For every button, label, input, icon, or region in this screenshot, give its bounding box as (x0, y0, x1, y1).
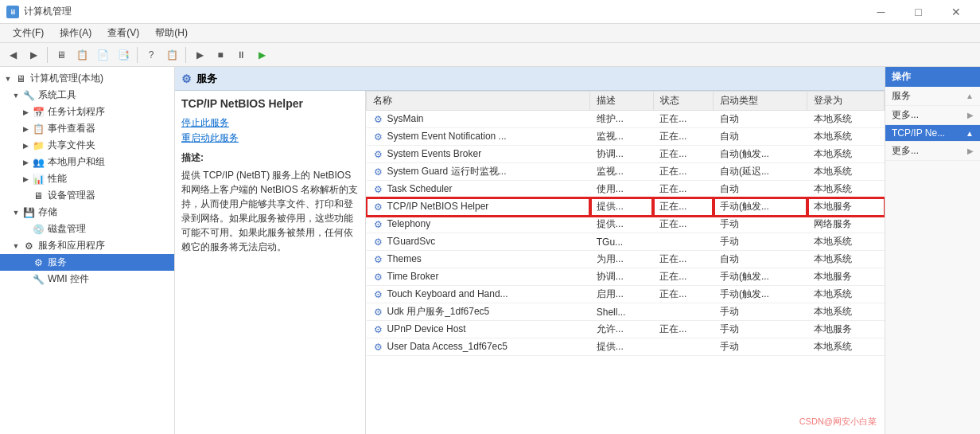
service-login-cell: 本地系统 (807, 181, 885, 198)
right-item-arrow: ▲ (966, 92, 974, 100)
table-row[interactable]: ⚙SysMain维护...正在...自动本地系统 (367, 111, 885, 128)
table-row[interactable]: ⚙User Data Access_1df67ec5提供...手动本地系统 (367, 338, 885, 356)
service-starttype-cell: 自动 (714, 181, 807, 198)
table-row[interactable]: ⚙Udk 用户服务_1df67ec5Shell...手动本地系统 (367, 303, 885, 321)
svcapp-icon: ⚙ (22, 240, 35, 252)
play-button[interactable]: ▶ (190, 45, 209, 65)
right-panel: 操作 服务▲更多...▶TCP/IP Ne...▲更多...▶ (885, 67, 980, 434)
col-starttype[interactable]: 启动类型 (714, 92, 807, 111)
service-status-cell (653, 233, 714, 251)
service-desc-cell: 维护... (590, 111, 654, 128)
toolbar-btn-1[interactable]: 🖥 (52, 45, 71, 65)
stop-button[interactable]: ■ (211, 45, 230, 65)
forward-button[interactable]: ▶ (24, 45, 43, 65)
service-starttype-cell: 自动 (714, 111, 807, 128)
minimize-button[interactable]: ─ (863, 3, 899, 21)
service-icon: ⚙ (373, 324, 384, 335)
right-panel-item[interactable]: 更多...▶ (885, 142, 980, 161)
service-starttype-cell: 手动(触发... (714, 268, 807, 286)
menu-view[interactable]: 查看(V) (101, 25, 146, 41)
table-row[interactable]: ⚙TGuardSvcTGu...手动本地系统 (367, 233, 885, 251)
right-panel-item[interactable]: 更多...▶ (885, 106, 980, 125)
table-row[interactable]: ⚙System Guard 运行时监视...监视...正在...自动(延迟...… (367, 163, 885, 181)
service-login-cell: 本地系统 (807, 286, 885, 303)
sidebar-label-shared: 共享文件夹 (48, 139, 95, 152)
toolbar-separator-1 (47, 47, 48, 63)
services-table: 名称 描述 状态 启动类型 登录为 ⚙SysMain维护...正在...自动本地… (366, 91, 885, 356)
service-login-cell: 本地系统 (807, 146, 885, 163)
service-status-cell (653, 303, 714, 321)
toolbar: ◀ ▶ 🖥 📋 📄 📑 ? 📋 ▶ ■ ⏸ ▶ (0, 43, 980, 67)
expand-arrow-storage: ▼ (11, 208, 21, 217)
help-button[interactable]: ? (142, 45, 161, 65)
stop-service-link[interactable]: 停止此服务 (181, 116, 359, 130)
expand-arrow-svcapp: ▼ (11, 241, 21, 251)
sidebar-label-device: 设备管理器 (48, 189, 95, 202)
sidebar-item-device-manager[interactable]: ▶ 🖥 设备管理器 (0, 187, 174, 204)
sidebar-item-wmi[interactable]: ▶ 🔧 WMI 控件 (0, 271, 174, 287)
col-status[interactable]: 状态 (653, 92, 714, 111)
sidebar-root[interactable]: ▼ 🖥 计算机管理(本地) (0, 70, 174, 87)
toolbar-btn-5[interactable]: 📋 (162, 45, 181, 65)
sidebar-label-system-tools: 系统工具 (38, 88, 76, 102)
right-item-label: 更多... (892, 144, 919, 158)
col-name[interactable]: 名称 (367, 92, 590, 111)
service-desc-cell: 协调... (590, 146, 654, 163)
toolbar-btn-3[interactable]: 📄 (93, 45, 112, 65)
maximize-button[interactable]: □ (900, 3, 936, 21)
table-row[interactable]: ⚙System Events Broker协调...正在...自动(触发...本… (367, 146, 885, 163)
table-row[interactable]: ⚙Task Scheduler使用...正在...自动本地系统 (367, 181, 885, 198)
content-header: ⚙ 服务 (175, 67, 885, 91)
table-row[interactable]: ⚙Themes为用...正在...自动本地系统 (367, 251, 885, 268)
service-name-cell: ⚙System Event Notification ... (367, 128, 590, 146)
sidebar-label-wmi: WMI 控件 (48, 272, 89, 286)
sidebar-item-storage[interactable]: ▼ 💾 存储 (0, 204, 174, 221)
sidebar-item-performance[interactable]: ▶ 📊 性能 (0, 170, 174, 187)
pause-button[interactable]: ⏸ (231, 45, 251, 65)
sidebar-item-local-users[interactable]: ▶ 👥 本地用户和组 (0, 154, 174, 170)
service-starttype-cell: 手动 (714, 233, 807, 251)
sidebar-item-task-scheduler[interactable]: ▶ 📅 任务计划程序 (0, 104, 174, 120)
service-status-cell (653, 338, 714, 356)
menu-help[interactable]: 帮助(H) (149, 25, 194, 41)
table-row[interactable]: ⚙Touch Keyboard and Hand...启用...正在...手动(… (367, 286, 885, 303)
col-desc[interactable]: 描述 (590, 92, 654, 111)
restart-service-link[interactable]: 重启动此服务 (181, 131, 359, 145)
sidebar-item-system-tools[interactable]: ▼ 🔧 系统工具 (0, 87, 174, 104)
close-button[interactable]: ✕ (938, 3, 974, 21)
sidebar-item-shared-folders[interactable]: ▶ 📁 共享文件夹 (0, 137, 174, 154)
window-title: 计算机管理 (24, 5, 72, 18)
content-header-title: 服务 (196, 72, 217, 86)
table-row[interactable]: ⚙Telephony提供...正在...手动网络服务 (367, 216, 885, 233)
sidebar-label-storage: 存储 (38, 205, 57, 219)
service-login-cell: 本地服务 (807, 321, 885, 338)
back-button[interactable]: ◀ (3, 45, 22, 65)
table-row[interactable]: ⚙System Event Notification ...监视...正在...… (367, 128, 885, 146)
step-button[interactable]: ▶ (252, 45, 271, 65)
table-row[interactable]: ⚙TCP/IP NetBIOS Helper提供...正在...手动(触发...… (367, 198, 885, 216)
right-panel-item[interactable]: TCP/IP Ne...▲ (885, 125, 980, 142)
right-item-label: 服务 (892, 89, 911, 103)
menu-action[interactable]: 操作(A) (53, 25, 98, 41)
sidebar-item-services[interactable]: ▶ ⚙ 服务 (0, 254, 174, 271)
right-panel-item[interactable]: 服务▲ (885, 87, 980, 106)
expand-arrow-system: ▼ (11, 91, 21, 100)
toolbar-separator-3 (185, 47, 186, 63)
right-item-label: TCP/IP Ne... (892, 127, 945, 139)
sidebar-item-disk[interactable]: ▶ 💿 磁盘管理 (0, 221, 174, 237)
service-name-cell: ⚙Themes (367, 251, 590, 268)
toolbar-btn-4[interactable]: 📑 (114, 45, 133, 65)
table-row[interactable]: ⚙Time Broker协调...正在...手动(触发...本地服务 (367, 268, 885, 286)
service-name-cell: ⚙Time Broker (367, 268, 590, 286)
service-desc-cell: 监视... (590, 163, 654, 181)
sidebar-item-services-apps[interactable]: ▼ ⚙ 服务和应用程序 (0, 237, 174, 254)
menu-file[interactable]: 文件(F) (6, 25, 50, 41)
watermark: CSDN@网安小白菜 (799, 416, 877, 428)
main-layout: ▼ 🖥 计算机管理(本地) ▼ 🔧 系统工具 ▶ 📅 任务计划程序 ▶ 📋 事件… (0, 67, 980, 434)
sidebar-item-event-viewer[interactable]: ▶ 📋 事件查看器 (0, 120, 174, 137)
toolbar-btn-2[interactable]: 📋 (72, 45, 91, 65)
col-login[interactable]: 登录为 (807, 92, 885, 111)
table-row[interactable]: ⚙UPnP Device Host允许...正在...手动本地服务 (367, 321, 885, 338)
service-login-cell: 本地系统 (807, 128, 885, 146)
service-desc-cell: 提供... (590, 216, 654, 233)
